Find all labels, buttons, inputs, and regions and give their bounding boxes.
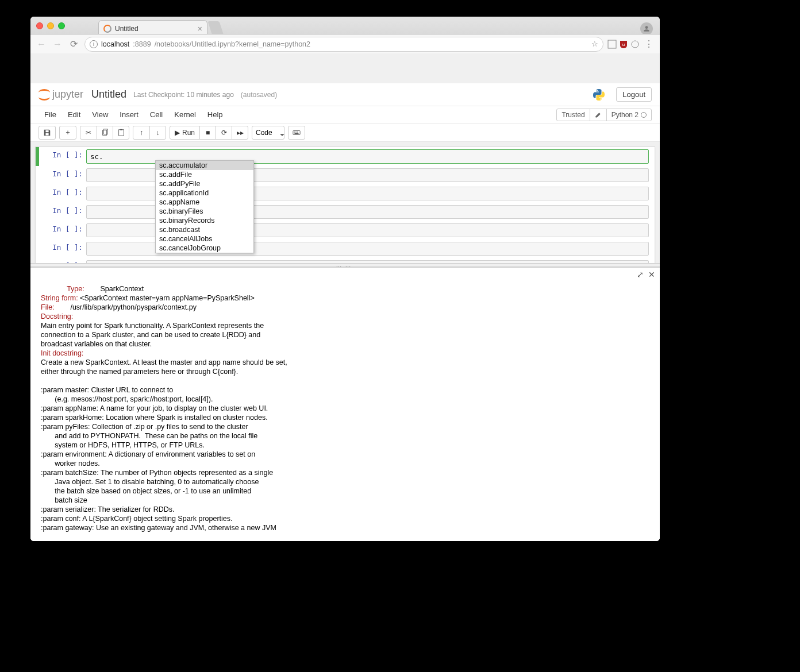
svg-rect-9 <box>295 132 297 132</box>
address-bar[interactable]: i localhost:8889/notebooks/Untitled.ipyn… <box>84 37 603 52</box>
logout-button[interactable]: Logout <box>616 87 652 102</box>
code-cell[interactable]: In [ ]: sc. <box>36 147 655 166</box>
completion-item[interactable]: sc.addPyFile <box>156 179 253 188</box>
code-cell[interactable]: In [ ]: <box>36 258 655 263</box>
code-cell[interactable]: In [ ]: <box>36 221 655 240</box>
floppy-icon <box>43 129 51 137</box>
bookmark-star-icon[interactable]: ☆ <box>591 40 598 48</box>
pencil-icon <box>595 111 602 118</box>
copy-icon <box>101 129 109 137</box>
cell-prompt: In [ ]: <box>38 241 86 252</box>
extension-icon-1[interactable] <box>607 39 617 49</box>
code-cell[interactable]: In [ ]: <box>36 184 655 203</box>
play-icon: ▶ <box>175 129 180 137</box>
pager-init-body: Create a new SparkContext. At least the … <box>41 358 287 532</box>
kernel-status-icon <box>641 112 647 118</box>
jupyter-logo[interactable]: jupyter <box>39 88 83 101</box>
menu-file[interactable]: File <box>39 106 62 123</box>
svg-text:u: u <box>622 42 625 47</box>
notebook-area[interactable]: In [ ]: sc. In [ ]: In [ ]: In [ ]: In [… <box>30 142 660 263</box>
extension-icon-3[interactable] <box>630 39 640 49</box>
notebook-title[interactable]: Untitled <box>91 88 126 101</box>
copy-button[interactable] <box>97 126 113 139</box>
minimize-window-button[interactable] <box>47 22 54 29</box>
code-cell[interactable]: In [ ]: <box>36 203 655 221</box>
svg-point-2 <box>632 41 639 48</box>
completion-popup[interactable]: sc.accumulator sc.addFile sc.addPyFile s… <box>155 160 254 253</box>
cell-prompt: In [ ]: <box>38 259 86 263</box>
completion-item[interactable]: sc.accumulator <box>156 161 253 170</box>
pager-file-key: File: <box>41 303 55 311</box>
menu-kernel[interactable]: Kernel <box>168 106 202 123</box>
completion-item[interactable]: sc.binaryRecords <box>156 216 253 225</box>
jupyter-header: jupyter Untitled Last Checkpoint: 10 min… <box>30 83 660 106</box>
menu-view[interactable]: View <box>86 106 114 123</box>
code-cell[interactable]: In [ ]: <box>36 240 655 258</box>
url-port: :8889 <box>133 40 151 48</box>
pager-splitter[interactable]: …… <box>30 263 660 267</box>
run-button[interactable]: ▶Run <box>170 126 199 139</box>
paste-button[interactable] <box>113 126 129 139</box>
trusted-indicator[interactable]: Trusted <box>557 109 589 121</box>
pager-close-icon[interactable]: ✕ <box>648 270 655 280</box>
svg-rect-0 <box>608 40 616 48</box>
insert-cell-button[interactable]: ＋ <box>60 126 76 139</box>
jupyter-app: jupyter Untitled Last Checkpoint: 10 min… <box>30 83 660 541</box>
reload-button[interactable]: ⟳ <box>66 37 81 52</box>
svg-rect-10 <box>297 132 298 132</box>
cut-button[interactable]: ✂ <box>80 126 97 139</box>
kernel-name[interactable]: Python 2 <box>606 109 651 121</box>
url-host: localhost <box>101 40 129 48</box>
completion-item[interactable]: sc.applicationId <box>156 188 253 198</box>
restart-button[interactable]: ⟳ <box>216 126 232 139</box>
svg-rect-5 <box>118 129 124 136</box>
menu-edit[interactable]: Edit <box>62 106 86 123</box>
restart-run-all-button[interactable]: ▸▸ <box>232 126 248 139</box>
code-cell[interactable]: In [ ]: <box>36 166 655 184</box>
back-button[interactable]: ← <box>34 37 49 52</box>
completion-item[interactable]: sc.appName <box>156 198 253 207</box>
menu-help[interactable]: Help <box>202 106 229 123</box>
completion-item[interactable]: sc.cancelAllJobs <box>156 234 253 244</box>
window-controls <box>36 22 65 29</box>
cell-type-select[interactable]: Code <box>252 126 284 140</box>
move-down-button[interactable]: ↓ <box>149 126 166 139</box>
edit-mode-button[interactable] <box>590 109 606 121</box>
svg-rect-8 <box>294 132 295 132</box>
pager-expand-icon[interactable]: ⤢ <box>637 270 644 280</box>
close-window-button[interactable] <box>36 22 43 29</box>
completion-item[interactable]: sc.broadcast <box>156 225 253 234</box>
kernel-indicator-group: Trusted Python 2 <box>556 109 652 121</box>
notebook-container: In [ ]: sc. In [ ]: In [ ]: In [ ]: In [… <box>35 146 655 263</box>
pager-file-val: /usr/lib/spark/python/pyspark/context.py <box>55 303 197 311</box>
pager-type-key: Type: <box>67 285 84 293</box>
site-info-icon[interactable]: i <box>90 40 98 48</box>
interrupt-button[interactable]: ■ <box>199 126 216 139</box>
person-icon <box>643 25 651 33</box>
completion-item[interactable]: sc.cancelJobGroup <box>156 244 253 253</box>
code-input[interactable] <box>86 260 649 263</box>
cell-prompt: In [ ]: <box>38 148 86 159</box>
command-palette-button[interactable] <box>289 126 305 139</box>
close-tab-icon[interactable]: × <box>198 24 202 33</box>
help-pager[interactable]: ⤢ ✕ Type: SparkContext String form: <Spa… <box>30 267 660 541</box>
browser-window: Untitled × ← → ⟳ i localhost:8889/notebo… <box>30 17 660 541</box>
completion-item[interactable]: sc.addFile <box>156 170 253 179</box>
clipboard-icon <box>117 129 125 137</box>
menu-insert[interactable]: Insert <box>114 106 144 123</box>
pager-docstring-key: Docstring: <box>41 312 73 320</box>
new-tab-button[interactable] <box>207 21 223 34</box>
browser-titlebar: Untitled × ← → ⟳ i localhost:8889/notebo… <box>30 17 660 47</box>
move-up-button[interactable]: ↑ <box>133 126 149 139</box>
maximize-window-button[interactable] <box>58 22 65 29</box>
pager-init-key: Init docstring: <box>41 349 83 357</box>
cell-prompt: In [ ]: <box>38 167 86 178</box>
menu-cell[interactable]: Cell <box>144 106 168 123</box>
browser-menu-button[interactable]: ⋮ <box>641 37 656 52</box>
completion-item[interactable]: sc.binaryFiles <box>156 207 253 216</box>
cell-prompt: In [ ]: <box>38 222 86 233</box>
save-button[interactable] <box>39 126 55 139</box>
profile-avatar-button[interactable] <box>640 22 653 35</box>
extension-ublock-icon[interactable]: u <box>618 39 629 49</box>
forward-button[interactable]: → <box>50 37 65 52</box>
